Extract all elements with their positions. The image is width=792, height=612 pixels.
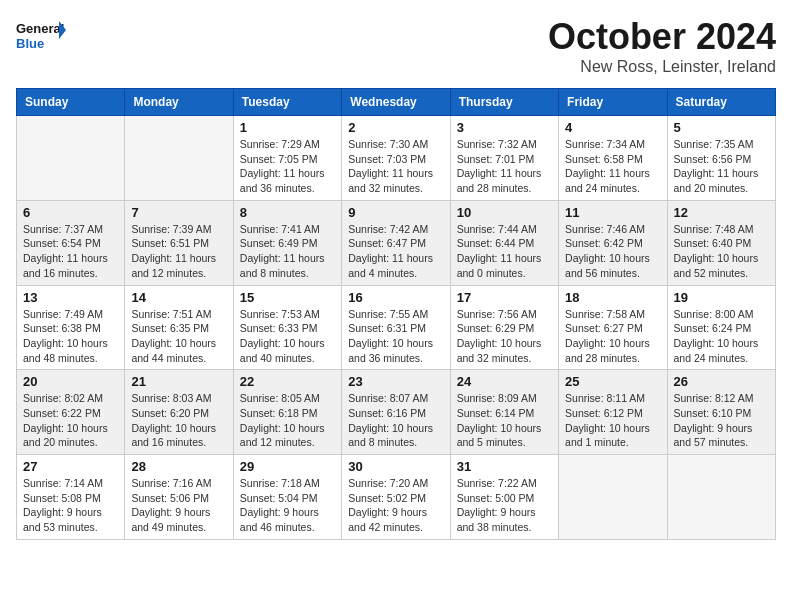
day-info: Sunrise: 7:39 AM Sunset: 6:51 PM Dayligh… <box>131 222 226 281</box>
table-row: 23Sunrise: 8:07 AM Sunset: 6:16 PM Dayli… <box>342 370 450 455</box>
table-row: 15Sunrise: 7:53 AM Sunset: 6:33 PM Dayli… <box>233 285 341 370</box>
day-info: Sunrise: 7:29 AM Sunset: 7:05 PM Dayligh… <box>240 137 335 196</box>
day-info: Sunrise: 7:53 AM Sunset: 6:33 PM Dayligh… <box>240 307 335 366</box>
day-number: 25 <box>565 374 660 389</box>
logo-svg: General Blue <box>16 16 66 56</box>
day-number: 18 <box>565 290 660 305</box>
col-tuesday: Tuesday <box>233 89 341 116</box>
day-info: Sunrise: 7:44 AM Sunset: 6:44 PM Dayligh… <box>457 222 552 281</box>
table-row: 16Sunrise: 7:55 AM Sunset: 6:31 PM Dayli… <box>342 285 450 370</box>
table-row: 21Sunrise: 8:03 AM Sunset: 6:20 PM Dayli… <box>125 370 233 455</box>
calendar-header-row: Sunday Monday Tuesday Wednesday Thursday… <box>17 89 776 116</box>
day-info: Sunrise: 7:22 AM Sunset: 5:00 PM Dayligh… <box>457 476 552 535</box>
day-number: 27 <box>23 459 118 474</box>
day-number: 3 <box>457 120 552 135</box>
table-row: 1Sunrise: 7:29 AM Sunset: 7:05 PM Daylig… <box>233 116 341 201</box>
day-info: Sunrise: 8:07 AM Sunset: 6:16 PM Dayligh… <box>348 391 443 450</box>
calendar-week-row: 1Sunrise: 7:29 AM Sunset: 7:05 PM Daylig… <box>17 116 776 201</box>
table-row <box>125 116 233 201</box>
day-number: 11 <box>565 205 660 220</box>
table-row: 4Sunrise: 7:34 AM Sunset: 6:58 PM Daylig… <box>559 116 667 201</box>
logo: General Blue <box>16 16 66 56</box>
day-info: Sunrise: 7:32 AM Sunset: 7:01 PM Dayligh… <box>457 137 552 196</box>
calendar-week-row: 20Sunrise: 8:02 AM Sunset: 6:22 PM Dayli… <box>17 370 776 455</box>
table-row: 28Sunrise: 7:16 AM Sunset: 5:06 PM Dayli… <box>125 455 233 540</box>
table-row: 25Sunrise: 8:11 AM Sunset: 6:12 PM Dayli… <box>559 370 667 455</box>
day-info: Sunrise: 7:49 AM Sunset: 6:38 PM Dayligh… <box>23 307 118 366</box>
day-number: 23 <box>348 374 443 389</box>
table-row: 3Sunrise: 7:32 AM Sunset: 7:01 PM Daylig… <box>450 116 558 201</box>
day-info: Sunrise: 8:11 AM Sunset: 6:12 PM Dayligh… <box>565 391 660 450</box>
day-info: Sunrise: 7:18 AM Sunset: 5:04 PM Dayligh… <box>240 476 335 535</box>
header: General Blue October 2024 New Ross, Lein… <box>16 16 776 76</box>
table-row: 24Sunrise: 8:09 AM Sunset: 6:14 PM Dayli… <box>450 370 558 455</box>
col-monday: Monday <box>125 89 233 116</box>
table-row: 13Sunrise: 7:49 AM Sunset: 6:38 PM Dayli… <box>17 285 125 370</box>
day-info: Sunrise: 7:16 AM Sunset: 5:06 PM Dayligh… <box>131 476 226 535</box>
day-number: 12 <box>674 205 769 220</box>
day-info: Sunrise: 7:58 AM Sunset: 6:27 PM Dayligh… <box>565 307 660 366</box>
day-number: 2 <box>348 120 443 135</box>
table-row: 9Sunrise: 7:42 AM Sunset: 6:47 PM Daylig… <box>342 200 450 285</box>
table-row: 29Sunrise: 7:18 AM Sunset: 5:04 PM Dayli… <box>233 455 341 540</box>
table-row: 20Sunrise: 8:02 AM Sunset: 6:22 PM Dayli… <box>17 370 125 455</box>
day-number: 16 <box>348 290 443 305</box>
day-number: 31 <box>457 459 552 474</box>
col-wednesday: Wednesday <box>342 89 450 116</box>
day-info: Sunrise: 8:09 AM Sunset: 6:14 PM Dayligh… <box>457 391 552 450</box>
day-number: 17 <box>457 290 552 305</box>
day-number: 28 <box>131 459 226 474</box>
table-row: 19Sunrise: 8:00 AM Sunset: 6:24 PM Dayli… <box>667 285 775 370</box>
day-number: 24 <box>457 374 552 389</box>
table-row: 17Sunrise: 7:56 AM Sunset: 6:29 PM Dayli… <box>450 285 558 370</box>
day-info: Sunrise: 7:46 AM Sunset: 6:42 PM Dayligh… <box>565 222 660 281</box>
day-info: Sunrise: 7:56 AM Sunset: 6:29 PM Dayligh… <box>457 307 552 366</box>
calendar-week-row: 6Sunrise: 7:37 AM Sunset: 6:54 PM Daylig… <box>17 200 776 285</box>
table-row <box>667 455 775 540</box>
location-title: New Ross, Leinster, Ireland <box>548 58 776 76</box>
day-number: 9 <box>348 205 443 220</box>
day-info: Sunrise: 7:37 AM Sunset: 6:54 PM Dayligh… <box>23 222 118 281</box>
table-row: 22Sunrise: 8:05 AM Sunset: 6:18 PM Dayli… <box>233 370 341 455</box>
table-row: 12Sunrise: 7:48 AM Sunset: 6:40 PM Dayli… <box>667 200 775 285</box>
col-saturday: Saturday <box>667 89 775 116</box>
day-number: 5 <box>674 120 769 135</box>
day-info: Sunrise: 7:41 AM Sunset: 6:49 PM Dayligh… <box>240 222 335 281</box>
svg-text:Blue: Blue <box>16 36 44 51</box>
table-row <box>559 455 667 540</box>
day-number: 6 <box>23 205 118 220</box>
day-info: Sunrise: 8:05 AM Sunset: 6:18 PM Dayligh… <box>240 391 335 450</box>
table-row: 14Sunrise: 7:51 AM Sunset: 6:35 PM Dayli… <box>125 285 233 370</box>
day-info: Sunrise: 7:35 AM Sunset: 6:56 PM Dayligh… <box>674 137 769 196</box>
day-info: Sunrise: 7:14 AM Sunset: 5:08 PM Dayligh… <box>23 476 118 535</box>
table-row: 2Sunrise: 7:30 AM Sunset: 7:03 PM Daylig… <box>342 116 450 201</box>
svg-text:General: General <box>16 21 64 36</box>
table-row: 27Sunrise: 7:14 AM Sunset: 5:08 PM Dayli… <box>17 455 125 540</box>
day-number: 22 <box>240 374 335 389</box>
table-row: 31Sunrise: 7:22 AM Sunset: 5:00 PM Dayli… <box>450 455 558 540</box>
calendar-week-row: 27Sunrise: 7:14 AM Sunset: 5:08 PM Dayli… <box>17 455 776 540</box>
day-number: 1 <box>240 120 335 135</box>
table-row: 5Sunrise: 7:35 AM Sunset: 6:56 PM Daylig… <box>667 116 775 201</box>
day-info: Sunrise: 7:30 AM Sunset: 7:03 PM Dayligh… <box>348 137 443 196</box>
col-thursday: Thursday <box>450 89 558 116</box>
table-row: 30Sunrise: 7:20 AM Sunset: 5:02 PM Dayli… <box>342 455 450 540</box>
day-number: 4 <box>565 120 660 135</box>
table-row: 7Sunrise: 7:39 AM Sunset: 6:51 PM Daylig… <box>125 200 233 285</box>
day-info: Sunrise: 7:42 AM Sunset: 6:47 PM Dayligh… <box>348 222 443 281</box>
table-row: 10Sunrise: 7:44 AM Sunset: 6:44 PM Dayli… <box>450 200 558 285</box>
day-info: Sunrise: 7:20 AM Sunset: 5:02 PM Dayligh… <box>348 476 443 535</box>
day-number: 10 <box>457 205 552 220</box>
col-sunday: Sunday <box>17 89 125 116</box>
title-area: October 2024 New Ross, Leinster, Ireland <box>548 16 776 76</box>
day-info: Sunrise: 7:34 AM Sunset: 6:58 PM Dayligh… <box>565 137 660 196</box>
day-number: 7 <box>131 205 226 220</box>
table-row: 11Sunrise: 7:46 AM Sunset: 6:42 PM Dayli… <box>559 200 667 285</box>
day-info: Sunrise: 8:03 AM Sunset: 6:20 PM Dayligh… <box>131 391 226 450</box>
day-number: 8 <box>240 205 335 220</box>
day-info: Sunrise: 8:12 AM Sunset: 6:10 PM Dayligh… <box>674 391 769 450</box>
day-number: 30 <box>348 459 443 474</box>
day-info: Sunrise: 7:48 AM Sunset: 6:40 PM Dayligh… <box>674 222 769 281</box>
calendar-week-row: 13Sunrise: 7:49 AM Sunset: 6:38 PM Dayli… <box>17 285 776 370</box>
table-row <box>17 116 125 201</box>
